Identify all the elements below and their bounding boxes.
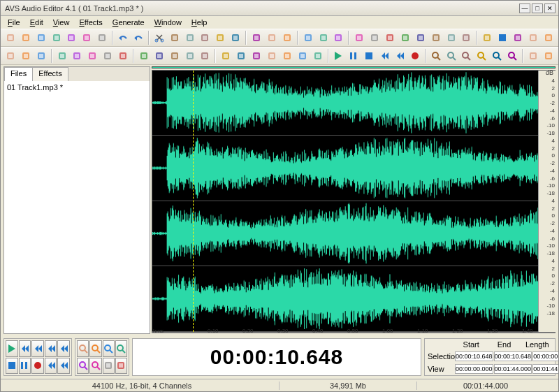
prev-icon[interactable] [45,340,57,357]
menu-edit[interactable]: Edit [26,17,48,27]
zoom-sel-icon[interactable] [460,49,474,63]
silence-gen-icon[interactable] [265,49,279,63]
selection-length[interactable]: 00:00:00.000 [532,351,559,361]
envelope-square-icon[interactable] [71,49,85,63]
zoom-out-icon[interactable] [89,340,101,357]
fx-flange-icon[interactable] [198,49,212,63]
filter-high-icon[interactable] [152,49,166,63]
zoom-out-icon[interactable] [444,49,458,63]
filter-low-icon[interactable] [137,49,151,63]
menu-file[interactable]: File [3,17,24,27]
marker-range-icon[interactable] [265,31,279,45]
options-icon[interactable] [301,31,315,45]
stopwatch-icon[interactable] [495,31,509,45]
open-file-icon[interactable] [19,31,33,45]
chirp-gen-icon[interactable] [296,49,310,63]
tone-gen-icon[interactable] [280,49,294,63]
invert-icon[interactable] [444,31,458,45]
macros-icon[interactable] [332,31,346,45]
play-icon[interactable] [6,340,18,357]
save-as-icon[interactable] [50,31,64,45]
fit-v-icon[interactable] [115,358,127,375]
delete-icon[interactable] [198,31,212,45]
dtmf-gen-icon[interactable] [311,49,325,63]
noise-gen-icon[interactable] [249,49,263,63]
copy-icon[interactable] [168,31,182,45]
track-channel-4[interactable] [152,266,555,332]
mix-paste-icon[interactable] [228,31,242,45]
spectrum-icon[interactable] [526,31,540,45]
view-start[interactable]: 00:00:00.000 [455,364,493,374]
zoom-in-icon[interactable] [77,340,89,357]
crop-icon[interactable] [213,31,227,45]
marker-mix-icon[interactable] [280,31,294,45]
pencil-tool-icon[interactable] [34,49,48,63]
filter-band-icon[interactable] [168,49,182,63]
normalize-icon[interactable] [398,31,412,45]
record-icon[interactable] [31,358,44,375]
import-icon[interactable] [80,31,94,45]
skip-back-icon[interactable] [45,358,57,375]
zoom-full-icon[interactable] [474,49,488,63]
fade-in-icon[interactable] [352,31,366,45]
rewind-icon[interactable] [31,340,44,357]
tab-files[interactable]: Files [4,67,33,81]
track-channel-2[interactable] [152,136,555,201]
next-icon[interactable] [57,340,70,357]
paste-icon[interactable] [183,31,197,45]
tempo-icon[interactable] [542,31,556,45]
fade-out-icon[interactable] [368,31,382,45]
zoom-vert-in-icon[interactable] [490,49,504,63]
menu-help[interactable]: Help [187,17,212,27]
fx-chorus-icon[interactable] [234,49,248,63]
zoom-vin-icon[interactable] [77,358,89,375]
reverse-icon[interactable] [460,31,474,45]
fit-h-icon[interactable] [103,358,115,375]
waveform-tracks[interactable]: dB 420-2-4-6-10-18420-2-4-6-10-18420-2-4… [152,70,556,333]
envelope-custom-icon[interactable] [116,49,130,63]
redo-icon[interactable] [131,31,145,45]
fit-vertical-icon[interactable] [542,49,556,63]
save-icon[interactable] [34,31,48,45]
zoom-sel-icon[interactable] [103,340,115,357]
view-length[interactable]: 00:01:44.000 [532,364,559,374]
record-icon[interactable] [408,49,422,63]
menu-view[interactable]: View [49,17,74,27]
loop-icon[interactable] [377,49,391,63]
zoom-vert-out-icon[interactable] [505,49,519,63]
rewind-icon[interactable] [393,49,407,63]
properties-icon[interactable] [95,31,109,45]
skip-fwd-icon[interactable] [57,358,70,375]
track-channel-3[interactable] [152,201,555,267]
amplify-icon[interactable] [383,31,397,45]
menu-effects[interactable]: Effects [75,17,106,27]
file-item[interactable]: 01 Track1.mp3 * [6,82,148,92]
zoom-in-icon[interactable] [429,49,443,63]
fx-phase-icon[interactable] [219,49,233,63]
timeline-ruler[interactable]: hms 0:100:200:300:400:501:001:101:201:30… [152,333,556,334]
stop-icon[interactable] [362,49,376,63]
marker-add-icon[interactable] [249,31,263,45]
fit-window-icon[interactable] [526,49,540,63]
envelope-saw-icon[interactable] [101,49,115,63]
pitch-icon[interactable] [511,31,525,45]
pause-icon[interactable] [19,358,31,375]
stop-icon[interactable] [6,358,18,375]
new-file-icon[interactable] [3,31,17,45]
undo-icon[interactable] [116,31,130,45]
envelope-tri-icon[interactable] [85,49,99,63]
pause-icon[interactable] [347,49,361,63]
select-tool-icon[interactable] [19,49,33,63]
view-end[interactable]: 00:01:44.000 [494,364,532,374]
overview-bar[interactable] [152,66,556,68]
envelope-sine-icon[interactable] [55,49,69,63]
time-stretch-icon[interactable] [480,31,494,45]
loop-icon[interactable] [19,340,31,357]
menu-generate[interactable]: Generate [108,17,149,27]
zoom-vout-icon[interactable] [89,358,101,375]
zoom-full-icon[interactable] [115,340,127,357]
close-button[interactable]: ✕ [544,3,556,13]
compressor-icon[interactable] [414,31,428,45]
equalizer-icon[interactable] [429,31,443,45]
tab-effects[interactable]: Effects [32,67,68,81]
